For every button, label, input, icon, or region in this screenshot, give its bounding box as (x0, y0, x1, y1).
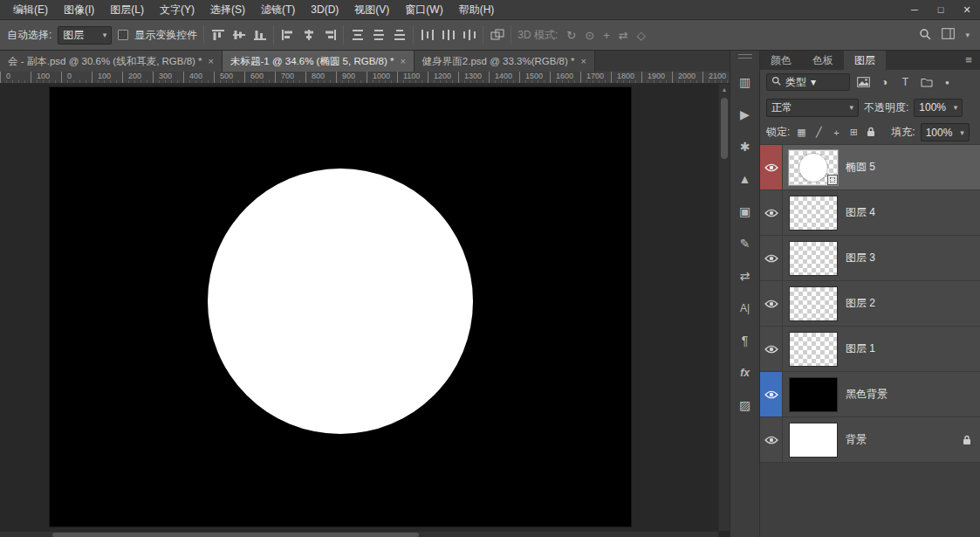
visibility-toggle[interactable] (760, 190, 783, 235)
menu-3d[interactable]: 3D(D) (303, 0, 346, 19)
lock-paint-icon[interactable]: ╱ (812, 127, 825, 138)
3d-pan-icon[interactable]: + (603, 29, 610, 42)
paragraph-panel-icon[interactable]: ¶ (730, 324, 760, 356)
patterns-panel-icon[interactable]: ▨ (730, 389, 760, 421)
visibility-toggle[interactable] (760, 281, 783, 326)
align-top-icon[interactable] (210, 29, 225, 42)
dock-grip[interactable] (738, 54, 752, 59)
workspace-icon[interactable] (942, 28, 955, 42)
menu-window[interactable]: 窗口(W) (397, 0, 450, 19)
visibility-toggle[interactable] (760, 236, 783, 280)
filter-type-text-icon[interactable]: T (898, 76, 913, 88)
filter-group-icon[interactable] (919, 78, 934, 87)
vertical-scrollbar[interactable]: ▲ (718, 84, 730, 531)
3d-roll-icon[interactable]: ⊙ (585, 29, 594, 42)
layer-thumbnail[interactable] (789, 150, 838, 185)
visibility-toggle[interactable] (760, 327, 783, 371)
layer-thumbnail[interactable] (789, 196, 838, 231)
align-center-icon[interactable] (301, 29, 316, 42)
character-panel-icon[interactable]: A| (730, 292, 760, 324)
visibility-toggle[interactable] (760, 145, 783, 189)
menu-layer[interactable]: 图层(L) (102, 0, 152, 19)
auto-align-icon[interactable] (490, 29, 504, 42)
distribute-bottom-icon[interactable] (392, 29, 407, 42)
layer-thumbnail[interactable] (789, 332, 838, 367)
document-tab-1[interactable]: 会 - 副本.psd @ 30.6% (线和耳麦, RGB/8) * × (0, 51, 223, 72)
layer-thumbnail[interactable] (789, 377, 838, 412)
distribute-left-icon[interactable] (420, 29, 435, 42)
search-icon[interactable] (919, 28, 931, 43)
layer-row-layer-4[interactable]: 图层 4 (760, 190, 980, 236)
minimize-button[interactable]: ─ (901, 0, 928, 19)
show-transform-checkbox[interactable] (118, 30, 128, 40)
menu-edit[interactable]: 编辑(E) (5, 0, 56, 19)
menu-select[interactable]: 选择(S) (202, 0, 253, 19)
align-right-icon[interactable] (322, 29, 337, 42)
blend-mode-dropdown[interactable]: 正常 ▾ (766, 99, 859, 117)
layer-row-layer-3[interactable]: 图层 3 (760, 236, 980, 281)
tab-color[interactable]: 颜色 (760, 51, 802, 70)
layer-row-layer-2[interactable]: 图层 2 (760, 281, 980, 327)
horizontal-scroll-thumb[interactable] (52, 533, 419, 537)
actions-panel-icon[interactable]: ▶ (730, 98, 760, 130)
visibility-toggle[interactable] (760, 417, 783, 462)
menu-image[interactable]: 图像(I) (56, 0, 102, 19)
tab-close-icon[interactable]: × (209, 56, 214, 66)
chevron-down-icon[interactable]: ▾ (965, 31, 970, 39)
lock-artboard-icon[interactable]: ⊞ (847, 127, 860, 138)
layer-thumbnail[interactable] (789, 241, 838, 276)
navigator-panel-icon[interactable]: ▲ (730, 162, 760, 195)
align-middle-icon[interactable] (231, 29, 246, 42)
maximize-button[interactable]: □ (928, 0, 954, 19)
tab-swatches[interactable]: 色板 (802, 51, 844, 70)
filter-pixel-icon[interactable] (856, 77, 871, 87)
filter-shape-icon[interactable]: ● (940, 79, 955, 86)
scroll-up-icon[interactable]: ▲ (719, 84, 730, 95)
tab-layers[interactable]: 图层 (844, 51, 886, 70)
distribute-middle-icon[interactable] (371, 29, 386, 42)
tab-close-icon[interactable]: × (581, 56, 586, 66)
document-tab-2-active[interactable]: 未标题-1 @ 34.6% (椭圆 5, RGB/8) * × (223, 51, 415, 72)
document-canvas[interactable] (50, 87, 631, 527)
menu-help[interactable]: 帮助(H) (451, 0, 503, 19)
3d-rotate-icon[interactable]: ↻ (566, 29, 576, 42)
clone-source-panel-icon[interactable]: ⇄ (730, 259, 760, 292)
lock-transparency-icon[interactable]: ▦ (795, 127, 807, 138)
horizontal-scrollbar[interactable] (0, 531, 718, 537)
distribute-center-icon[interactable] (441, 29, 456, 42)
lock-all-icon[interactable] (865, 127, 877, 139)
fill-dropdown[interactable]: 100% ▾ (921, 123, 970, 141)
properties-panel-icon[interactable]: ▣ (730, 195, 760, 227)
canvas-pasteboard[interactable]: ▲ (0, 84, 730, 537)
document-tab-3[interactable]: 健身界面2.psd @ 33.3%(RGB/8) * × (415, 51, 595, 72)
3d-slide-icon[interactable]: ⇄ (619, 29, 628, 42)
layer-thumbnail[interactable] (789, 423, 838, 458)
histogram-panel-icon[interactable]: ▥ (730, 65, 760, 98)
auto-select-dropdown[interactable]: 图层 ▾ (58, 26, 112, 45)
layer-row-ellipse-5[interactable]: 椭圆 5 (760, 145, 980, 190)
menu-filter[interactable]: 滤镜(T) (253, 0, 303, 19)
layer-row-black-background[interactable]: 黑色背景 (760, 372, 980, 417)
tab-close-icon[interactable]: × (400, 56, 405, 66)
filter-type-dropdown[interactable]: 类型 ▾ (766, 73, 850, 91)
menu-type[interactable]: 文字(Y) (152, 0, 202, 19)
panel-menu-icon[interactable]: ≡ (957, 51, 980, 70)
vertical-scroll-thumb[interactable] (721, 98, 728, 159)
filter-adjustment-icon[interactable]: ◑ (877, 76, 892, 88)
styles-panel-icon[interactable]: fx (730, 356, 760, 389)
layer-row-layer-1[interactable]: 图层 1 (760, 327, 980, 372)
lock-position-icon[interactable]: + (830, 127, 842, 138)
layer-row-background[interactable]: 背景 (760, 417, 980, 463)
brush-panel-icon[interactable]: ✎ (730, 227, 760, 259)
distribute-right-icon[interactable] (462, 29, 476, 42)
menu-view[interactable]: 视图(V) (346, 0, 397, 19)
opacity-dropdown[interactable]: 100% ▾ (914, 99, 963, 117)
align-left-icon[interactable] (280, 29, 295, 42)
distribute-top-icon[interactable] (350, 29, 365, 42)
align-bottom-icon[interactable] (252, 29, 267, 42)
visibility-toggle[interactable] (760, 372, 783, 417)
adjustments-panel-icon[interactable]: ✱ (730, 130, 760, 162)
layer-thumbnail[interactable] (789, 286, 838, 321)
3d-scale-icon[interactable]: ◇ (637, 29, 646, 42)
close-button[interactable]: ✕ (954, 0, 980, 19)
